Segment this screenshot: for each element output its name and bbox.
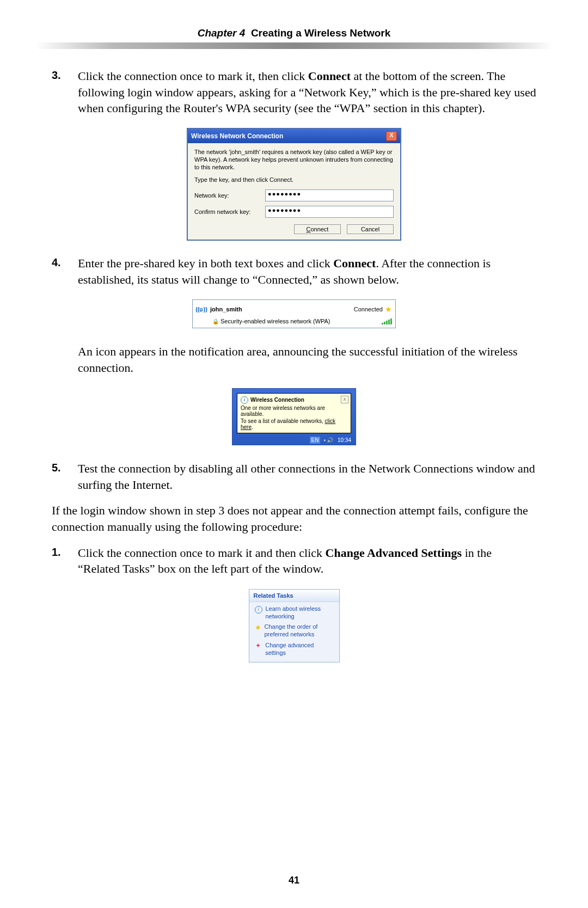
task-learn-wireless[interactable]: i Learn about wireless networking	[249, 602, 339, 621]
star-icon: ★	[385, 305, 392, 314]
step-body: Enter the pre-shared key in both text bo…	[78, 255, 536, 287]
dialog-title: Wireless Network Connection	[191, 132, 283, 140]
step-text: Click the connection once to mark it and…	[78, 546, 326, 560]
network-entry-right: Connected ★	[354, 305, 392, 314]
network-ssid: john_smith	[210, 306, 242, 312]
clock: 10:34	[338, 437, 351, 443]
step-number: 4.	[52, 255, 78, 287]
network-subtype-text: Security-enabled wireless network (WPA)	[220, 318, 330, 324]
step-bold: Connect	[333, 256, 376, 270]
document-page: Chapter 4 Creating a Wireless Network 3.…	[0, 0, 588, 908]
network-entry-left: ((ʋ)) john_smith	[196, 302, 242, 316]
balloon-title-row: i Wireless Connection	[241, 396, 347, 404]
network-key-row: Network key: ●●●●●●●●	[194, 189, 394, 201]
info-icon: i	[255, 605, 262, 621]
step-bold: Connect	[308, 69, 351, 83]
step-number: 5.	[52, 461, 78, 493]
connect-button[interactable]: Connect	[294, 224, 341, 234]
star-icon: ★	[255, 623, 261, 639]
task-label: Change the order of preferred networks	[265, 623, 335, 639]
signal-icon	[382, 318, 392, 324]
figure-dialog-login: Wireless Network Connection X The networ…	[52, 128, 536, 240]
step-body: Click the connection once to mark it, th…	[78, 68, 536, 116]
network-entry-sub: 🔒Security-enabled wireless network (WPA)	[212, 318, 392, 324]
step-4: 4. Enter the pre-shared key in both text…	[52, 255, 536, 287]
language-indicator[interactable]: EN	[310, 437, 321, 444]
network-key-label: Network key:	[194, 192, 265, 199]
tray-icons[interactable]: ▪🔊	[323, 437, 334, 443]
related-tasks-header: Related Tasks	[249, 590, 339, 602]
chapter-title: Creating a Wireless Network	[251, 27, 390, 39]
task-label: Learn about wireless networking	[266, 605, 335, 621]
step-text: Enter the pre-shared key in both text bo…	[78, 256, 333, 270]
cancel-button[interactable]: Cancel	[347, 224, 394, 234]
step-5: 5. Test the connection by disabling all …	[52, 461, 536, 493]
wireless-connection-dialog: Wireless Network Connection X The networ…	[187, 128, 401, 240]
balloon-text: To see a list of available networks,	[241, 418, 325, 424]
dialog-titlebar: Wireless Network Connection X	[188, 129, 400, 143]
balloon-line1: One or more wireless networks are availa…	[241, 405, 347, 417]
network-status: Connected	[354, 306, 383, 312]
step-bold: Change Advanced Settings	[326, 546, 462, 560]
chapter-label: Chapter 4	[198, 27, 246, 39]
step-number: 1.	[52, 545, 78, 577]
task-change-advanced[interactable]: ✦ Change advanced settings	[249, 639, 339, 657]
network-entry[interactable]: ((ʋ)) john_smith Connected ★ 🔒Security-e…	[192, 299, 396, 328]
paragraph-fallback: If the login window shown in step 3 does…	[52, 502, 536, 535]
taskbar-tray-area: x i Wireless Connection One or more wire…	[232, 388, 356, 445]
btn-rest: onnect	[310, 226, 328, 232]
network-entry-top: ((ʋ)) john_smith Connected ★	[196, 302, 392, 316]
wireless-icon: ((ʋ))	[196, 302, 207, 316]
step-body: Click the connection once to mark it and…	[78, 545, 536, 577]
balloon-text: .	[252, 424, 253, 430]
dialog-description: The network 'john_smith' requires a netw…	[194, 149, 394, 171]
figure-notification-balloon: x i Wireless Connection One or more wire…	[52, 388, 536, 445]
network-subtype: 🔒Security-enabled wireless network (WPA)	[212, 318, 330, 324]
figure-related-tasks: Related Tasks i Learn about wireless net…	[52, 589, 536, 663]
system-tray: EN ▪🔊 10:34	[237, 437, 351, 444]
dialog-content: The network 'john_smith' requires a netw…	[188, 143, 400, 240]
instruction-list: 4. Enter the pre-shared key in both text…	[52, 255, 536, 287]
instruction-list-b: 1. Click the connection once to mark it …	[52, 545, 536, 577]
task-label: Change advanced settings	[265, 642, 334, 657]
network-key-input[interactable]: ●●●●●●●●	[265, 189, 394, 201]
related-tasks-panel: Related Tasks i Learn about wireless net…	[249, 589, 340, 663]
header-divider	[35, 42, 553, 49]
chapter-header: Chapter 4 Creating a Wireless Network	[52, 27, 536, 39]
notification-balloon[interactable]: x i Wireless Connection One or more wire…	[237, 393, 351, 433]
confirm-key-row: Confirm network key: ●●●●●●●●	[194, 206, 394, 218]
balloon-title: Wireless Connection	[250, 397, 304, 403]
balloon-close-button[interactable]: x	[341, 396, 348, 403]
instruction-list: 5. Test the connection by disabling all …	[52, 461, 536, 493]
dialog-button-row: Connect Cancel	[194, 222, 394, 234]
step-text: Click the connection once to mark it, th…	[78, 69, 308, 83]
task-change-order[interactable]: ★ Change the order of preferred networks	[249, 620, 339, 639]
figure-network-connected: ((ʋ)) john_smith Connected ★ 🔒Security-e…	[52, 299, 536, 328]
close-button[interactable]: X	[386, 131, 397, 141]
page-number: 41	[0, 875, 588, 886]
confirm-key-label: Confirm network key:	[194, 208, 265, 215]
gear-icon: ✦	[255, 642, 262, 657]
step-number: 3.	[52, 68, 78, 116]
lock-icon: 🔒	[212, 318, 219, 324]
step-3: 3. Click the connection once to mark it,…	[52, 68, 536, 116]
balloon-line2: To see a list of available networks, cli…	[241, 418, 347, 430]
info-icon: i	[241, 396, 248, 404]
step-1b: 1. Click the connection once to mark it …	[52, 545, 536, 577]
dialog-instruction: Type the key, and then click Connect.	[194, 176, 394, 184]
confirm-key-input[interactable]: ●●●●●●●●	[265, 206, 394, 218]
step-body: Test the connection by disabling all oth…	[78, 461, 536, 493]
instruction-list: 3. Click the connection once to mark it,…	[52, 68, 536, 116]
paragraph-icon-note: An icon appears in the notification area…	[78, 343, 536, 376]
